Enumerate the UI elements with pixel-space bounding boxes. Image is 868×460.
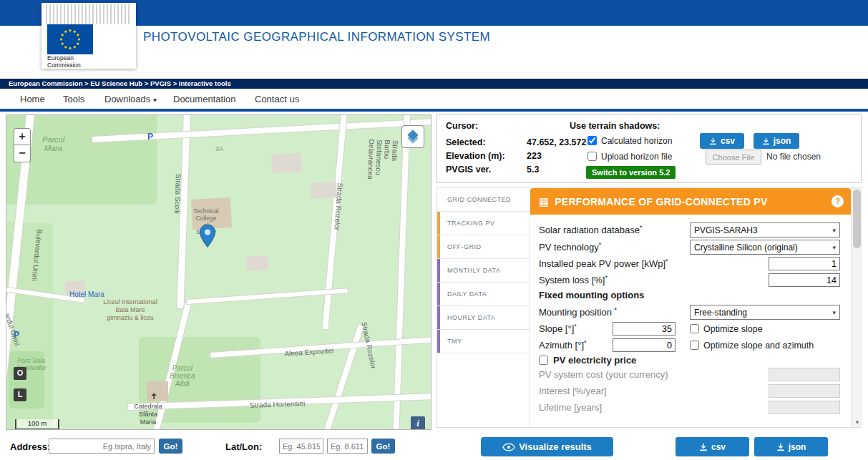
- cross-icon: ✝: [150, 391, 157, 401]
- address-input[interactable]: [49, 439, 155, 454]
- layers-button[interactable]: [401, 125, 424, 148]
- map-label-strada-scolii: Strada Scolii: [173, 174, 182, 214]
- tab-hourly-data[interactable]: HOURLY DATA: [437, 306, 530, 330]
- ec-logo-caption: European Commission: [47, 55, 81, 69]
- cursor-label: Cursor:: [446, 121, 478, 131]
- tab-tmy[interactable]: TMY: [437, 330, 530, 353]
- slope-input[interactable]: [613, 322, 676, 336]
- solar-db-select[interactable]: PVGIS-SARAH3▾: [690, 222, 840, 238]
- nav-contact-us[interactable]: Contact us: [255, 89, 299, 109]
- address-label: Address:: [10, 441, 50, 452]
- map-marker-icon[interactable]: [200, 225, 215, 250]
- map-building: [311, 182, 337, 199]
- nav-documentation[interactable]: Documentation: [173, 89, 235, 109]
- form-scrollbar[interactable]: ▼: [851, 188, 862, 427]
- nav-underline: [0, 109, 868, 112]
- lat-input[interactable]: [279, 439, 323, 454]
- azimuth-input[interactable]: [613, 338, 676, 352]
- zoom-in-button[interactable]: +: [14, 128, 31, 145]
- terrain-shadows-label: Use terrain shadows:: [570, 121, 660, 131]
- system-cost-input: [769, 368, 840, 381]
- map-label-catedrala: Catedrala Sfânta Maria: [121, 403, 175, 426]
- tabs-divider: [530, 353, 530, 427]
- horizon-csv-button[interactable]: csv: [700, 133, 744, 149]
- pv-price-checkbox[interactable]: [539, 356, 548, 365]
- horizon-json-button[interactable]: json: [754, 133, 799, 149]
- results-csv-button[interactable]: csv: [676, 437, 749, 456]
- optimize-slope-label: Optimize slope: [703, 324, 763, 334]
- pv-panel: GRID CONNECTED TRACKING PV OFF-GRID MONT…: [437, 187, 862, 428]
- download-icon: [699, 443, 708, 451]
- zoom-out-button[interactable]: −: [14, 145, 31, 162]
- address-go-button[interactable]: Go!: [159, 439, 182, 454]
- elevation-value: 223: [527, 151, 542, 161]
- peak-power-input[interactable]: [769, 257, 840, 270]
- calculated-horizon-checkbox[interactable]: [587, 136, 597, 145]
- fixed-mounting-heading: Fixed mounting options: [539, 290, 644, 300]
- interest-label: Interest [%/year]: [539, 386, 607, 396]
- cursor-panel: Cursor: Selected: 47.652, 23.572 Elevati…: [437, 114, 862, 183]
- map-scale: 100 m: [15, 419, 59, 430]
- download-icon: [776, 443, 785, 451]
- switch-version-button[interactable]: Switch to version 5.2: [586, 166, 676, 179]
- chevron-down-icon: ▾: [832, 227, 836, 234]
- pv-price-label: PV electricity price: [553, 355, 636, 366]
- eye-icon: [502, 443, 515, 451]
- latlon-go-button[interactable]: Go!: [371, 439, 395, 454]
- ec-logo-art: [46, 4, 132, 24]
- pv-tech-label: PV technology*: [539, 241, 601, 253]
- nav-downloads[interactable]: Downloads ▾: [104, 89, 157, 109]
- panel-grid-icon: ▦: [539, 195, 549, 208]
- system-cost-label: PV system cost (your currency): [539, 369, 668, 380]
- mounting-position-select[interactable]: Free-standing▾: [690, 305, 840, 320]
- map-label-parcul-biserica: Parcul Biserica Albă: [170, 364, 195, 388]
- visualize-results-button[interactable]: Visualize results: [481, 437, 613, 456]
- tab-grid-connected[interactable]: GRID CONNECTED: [437, 188, 530, 212]
- results-json-button[interactable]: json: [754, 437, 828, 456]
- download-icon: [709, 137, 717, 145]
- selected-label: Selected:: [446, 137, 486, 147]
- nav-tools[interactable]: Tools: [63, 89, 84, 109]
- form-header: ▦ PERFORMANCE OF GRID-CONNECTED PV ?: [530, 188, 851, 215]
- map-label-3a: 3A: [215, 145, 223, 152]
- chevron-down-icon: ▾: [832, 244, 836, 251]
- latlon-label: Lat/Lon:: [225, 441, 262, 452]
- map-building: [271, 153, 302, 173]
- azimuth-label: Azimuth [°]*: [539, 339, 587, 351]
- parking-icon: P: [14, 330, 19, 340]
- system-loss-input[interactable]: [769, 273, 840, 287]
- tab-tracking-pv[interactable]: TRACKING PV: [437, 212, 530, 235]
- form-title: PERFORMANCE OF GRID-CONNECTED PV: [555, 196, 767, 207]
- pv-tech-select[interactable]: Crystalline Silicon (original)▾: [690, 240, 840, 255]
- pvgis-app: European Commission PHOTOVOLTAIC GEOGRAP…: [0, 0, 868, 460]
- system-loss-label: System loss [%]*: [539, 274, 608, 285]
- scrollbar-down-arrow[interactable]: ▼: [852, 419, 863, 426]
- no-file-label: No file chosen: [766, 152, 821, 162]
- ec-logo: European Commission: [42, 3, 136, 69]
- parking-icon: P: [147, 132, 153, 142]
- nav-home[interactable]: Home: [20, 89, 45, 109]
- scrollbar-thumb[interactable]: [853, 190, 861, 248]
- peak-power-label: Installed peak PV power [kWp]*: [539, 258, 668, 269]
- map[interactable]: Parcul Mara P 3A Strada Scolii Technical…: [6, 114, 431, 430]
- version-label: PVGIS ver.: [446, 165, 491, 175]
- upload-horizon-checkbox[interactable]: [587, 152, 597, 161]
- lifetime-label: Lifetime [years]: [539, 402, 602, 413]
- map-info-button[interactable]: i: [411, 416, 425, 430]
- optimize-both-checkbox[interactable]: [690, 341, 699, 350]
- tab-daily-data[interactable]: DAILY DATA: [437, 283, 530, 306]
- help-icon[interactable]: ?: [832, 195, 844, 207]
- layers-icon: [404, 127, 422, 146]
- lon-input[interactable]: [327, 439, 368, 454]
- eu-flag-icon: [47, 24, 93, 54]
- map-layer-l-button[interactable]: L: [14, 388, 26, 401]
- map-layer-o-button[interactable]: O: [14, 367, 26, 380]
- choose-file-button[interactable]: Choose File: [706, 150, 761, 165]
- optimize-both-label: Optimize slope and azimuth: [703, 341, 814, 351]
- map-label-strada-hortensiei: Strada Hortensiei: [250, 399, 306, 409]
- calculated-horizon-label: Calculated horizon: [601, 136, 672, 146]
- slope-label: Slope [°]*: [539, 323, 577, 334]
- tab-off-grid[interactable]: OFF-GRID: [437, 235, 530, 259]
- optimize-slope-checkbox[interactable]: [690, 324, 699, 333]
- tab-monthly-data[interactable]: MONTHLY DATA: [437, 259, 530, 283]
